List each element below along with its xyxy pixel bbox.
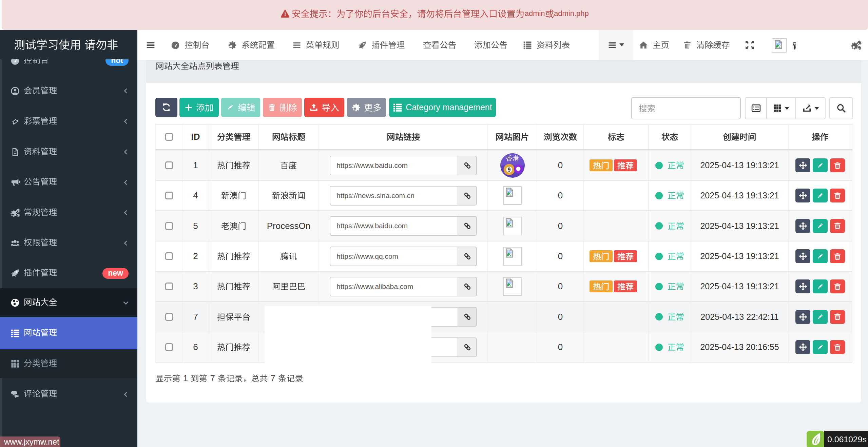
svg-text:9: 9 <box>507 167 510 173</box>
